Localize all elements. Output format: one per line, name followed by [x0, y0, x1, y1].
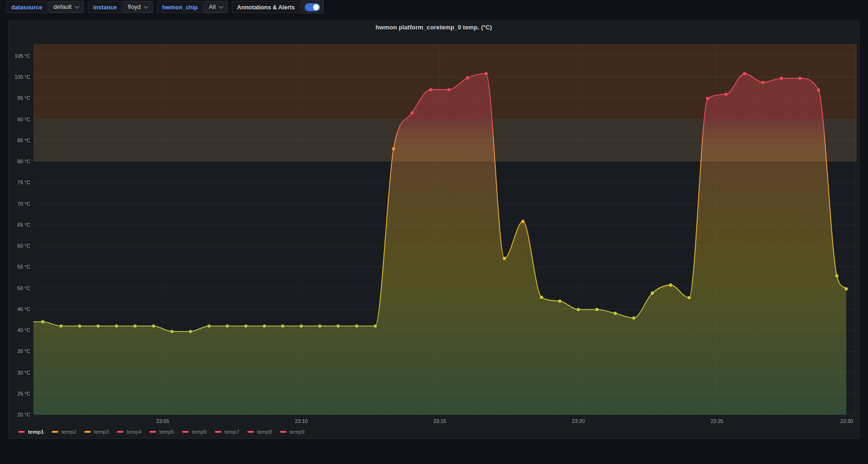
- legend-swatch: [84, 431, 91, 433]
- legend-swatch: [215, 431, 221, 433]
- legend-item-temp2[interactable]: temp2: [52, 429, 76, 435]
- legend-label: temp8: [257, 429, 272, 435]
- legend-item-temp5[interactable]: temp5: [150, 429, 174, 435]
- variable-group-instance: instancefloyd: [88, 1, 153, 13]
- dashboard-variables-bar: datasourcedefaultinstancefloydhwmon_chip…: [6, 0, 324, 14]
- svg-text:80 °C: 80 °C: [17, 159, 30, 164]
- variable-value-datasource[interactable]: default: [48, 1, 84, 13]
- svg-text:75 °C: 75 °C: [17, 180, 30, 185]
- variable-label-datasource: datasource: [6, 1, 48, 13]
- svg-text:23:05: 23:05: [157, 418, 169, 424]
- legend-item-temp4[interactable]: temp4: [117, 429, 142, 435]
- svg-text:105 °C: 105 °C: [14, 53, 30, 59]
- chevron-down-icon: [219, 4, 223, 8]
- legend-item-temp7[interactable]: temp7: [215, 429, 239, 435]
- legend-swatch: [18, 431, 25, 433]
- temperature-chart[interactable]: 20 °C25 °C30 °C35 °C40 °C45 °C50 °C55 °C…: [8, 21, 859, 438]
- svg-text:65 °C: 65 °C: [17, 222, 30, 228]
- legend-label: temp2: [62, 429, 76, 435]
- svg-text:23:10: 23:10: [295, 418, 308, 424]
- legend-label: temp9: [290, 429, 305, 435]
- svg-text:70 °C: 70 °C: [17, 201, 30, 207]
- chevron-down-icon: [144, 4, 148, 8]
- annotations-group: Annotations & Alerts: [232, 0, 324, 14]
- legend-swatch: [150, 431, 156, 433]
- variable-group-hwmon_chip: hwmon_chipAll: [157, 1, 228, 13]
- legend-swatch: [182, 431, 189, 433]
- legend-swatch: [247, 431, 254, 433]
- legend-item-temp3[interactable]: temp3: [84, 429, 109, 435]
- svg-text:30 °C: 30 °C: [17, 370, 30, 375]
- legend-swatch: [117, 431, 123, 433]
- legend-item-temp6[interactable]: temp6: [182, 429, 207, 435]
- legend-label: temp4: [127, 429, 142, 435]
- chart-legend: temp1temp2temp3temp4temp5temp6temp7temp8…: [18, 429, 305, 435]
- legend-label: temp7: [225, 429, 239, 435]
- svg-text:60 °C: 60 °C: [17, 243, 30, 249]
- svg-text:95 °C: 95 °C: [17, 95, 30, 101]
- legend-label: temp3: [94, 429, 109, 435]
- legend-swatch: [280, 431, 287, 433]
- legend-label: temp5: [159, 429, 174, 435]
- variable-value-text: floyd: [128, 1, 140, 13]
- x-axis-labels: 23:0523:1023:1523:2023:2523:30: [157, 418, 853, 424]
- svg-text:55 °C: 55 °C: [17, 264, 30, 270]
- svg-text:45 °C: 45 °C: [17, 306, 30, 312]
- svg-text:23:25: 23:25: [711, 418, 723, 424]
- annotations-label: Annotations & Alerts: [232, 1, 300, 13]
- svg-text:25 °C: 25 °C: [17, 391, 30, 396]
- variable-label-hwmon_chip: hwmon_chip: [157, 1, 203, 13]
- legend-item-temp1[interactable]: temp1: [18, 429, 44, 435]
- legend-item-temp8[interactable]: temp8: [247, 429, 272, 435]
- svg-text:20 °C: 20 °C: [17, 412, 30, 417]
- variable-label-instance: instance: [88, 1, 122, 13]
- variable-value-hwmon_chip[interactable]: All: [204, 1, 227, 13]
- variable-group-datasource: datasourcedefault: [6, 1, 84, 13]
- legend-swatch: [52, 431, 58, 433]
- y-axis-labels: 20 °C25 °C30 °C35 °C40 °C45 °C50 °C55 °C…: [14, 53, 30, 417]
- svg-text:50 °C: 50 °C: [17, 285, 30, 291]
- chevron-down-icon: [75, 4, 79, 8]
- svg-text:90 °C: 90 °C: [17, 117, 30, 122]
- toggle-knob: [313, 4, 319, 10]
- svg-text:100 °C: 100 °C: [14, 74, 30, 80]
- svg-text:85 °C: 85 °C: [17, 138, 30, 143]
- variable-value-text: default: [54, 1, 72, 13]
- svg-text:40 °C: 40 °C: [17, 327, 30, 333]
- toggle-pill-on[interactable]: [305, 3, 320, 11]
- svg-text:23:30: 23:30: [841, 418, 853, 424]
- svg-text:35 °C: 35 °C: [17, 348, 30, 354]
- legend-item-temp9[interactable]: temp9: [280, 429, 305, 435]
- legend-label: temp1: [28, 429, 44, 435]
- svg-text:23:15: 23:15: [433, 418, 446, 424]
- legend-label: temp6: [192, 429, 207, 435]
- variable-value-text: All: [209, 1, 215, 13]
- variable-value-instance[interactable]: floyd: [123, 1, 152, 13]
- svg-text:23:20: 23:20: [572, 418, 585, 424]
- annotations-toggle[interactable]: [301, 0, 324, 14]
- timeseries-panel: hwmon platform_coretemp_0 temp. (°C) 20 …: [8, 21, 860, 439]
